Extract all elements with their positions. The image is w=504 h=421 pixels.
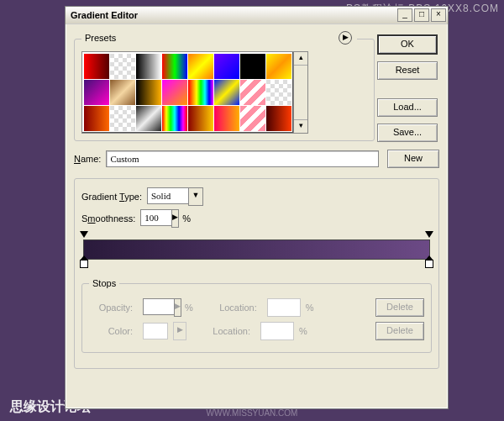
smoothness-label: Smoothness: xyxy=(81,213,135,224)
scroll-up-icon[interactable]: ▴ xyxy=(294,52,307,66)
opacity-location-unit: % xyxy=(306,303,314,313)
presets-grid xyxy=(81,51,294,134)
load-button[interactable]: Load... xyxy=(377,98,438,117)
gradient-bar[interactable] xyxy=(83,239,430,260)
opacity-input xyxy=(143,298,174,315)
preset-swatch[interactable] xyxy=(136,80,161,105)
maximize-button[interactable]: □ xyxy=(414,8,429,22)
window-title: Gradient Editor xyxy=(71,10,396,20)
preset-swatch[interactable] xyxy=(84,80,109,105)
smoothness-input[interactable] xyxy=(140,209,171,226)
color-location-label: Location: xyxy=(207,326,250,336)
gradient-fieldset: Gradient Type: ▼ Smoothness: ▶ % xyxy=(74,178,439,369)
stops-fieldset: Stops Opacity: ▶ % Location: % Delete Co… xyxy=(81,278,432,353)
preset-swatch[interactable] xyxy=(84,54,109,79)
presets-fieldset: Presets ▶ ▴ ▾ xyxy=(74,31,375,141)
preset-swatch[interactable] xyxy=(188,54,213,79)
ok-button[interactable]: OK xyxy=(377,34,438,55)
gradient-editor-window: Gradient Editor _ □ × OK Reset Load... S… xyxy=(65,6,449,409)
preset-swatch[interactable] xyxy=(136,106,161,131)
color-stop-left[interactable] xyxy=(80,260,88,270)
gradient-type-label: Gradient Type: xyxy=(81,192,142,202)
close-button[interactable]: × xyxy=(431,8,446,22)
gradient-ramp[interactable] xyxy=(83,239,430,260)
preset-swatch[interactable] xyxy=(110,106,135,131)
delete-color-stop-button: Delete xyxy=(375,322,424,340)
preset-swatch[interactable] xyxy=(136,54,161,79)
preset-swatch[interactable] xyxy=(214,80,239,105)
opacity-stop-left[interactable] xyxy=(80,231,88,239)
opacity-arrow-icon: ▶ xyxy=(174,298,181,317)
color-stop-right[interactable] xyxy=(425,260,433,270)
opacity-label: Opacity: xyxy=(89,303,133,313)
stops-legend: Stops xyxy=(89,278,119,288)
preset-swatch[interactable] xyxy=(162,54,187,79)
delete-opacity-stop-button: Delete xyxy=(375,298,424,317)
preset-swatch[interactable] xyxy=(188,80,213,105)
scroll-down-icon[interactable]: ▾ xyxy=(294,119,307,133)
preset-swatch[interactable] xyxy=(214,54,239,79)
color-swatch xyxy=(143,323,168,339)
presets-legend: Presets xyxy=(85,33,116,43)
titlebar[interactable]: Gradient Editor _ □ × xyxy=(66,7,448,24)
preset-swatch[interactable] xyxy=(84,106,109,131)
color-location-unit: % xyxy=(299,326,307,336)
preset-swatch[interactable] xyxy=(110,80,135,105)
preset-swatch[interactable] xyxy=(162,80,187,105)
color-location-input xyxy=(260,322,294,340)
opacity-location-input xyxy=(267,298,301,317)
preset-swatch[interactable] xyxy=(110,54,135,79)
preset-swatch[interactable] xyxy=(266,54,291,79)
preset-swatch[interactable] xyxy=(240,54,265,79)
opacity-stop-right[interactable] xyxy=(425,231,433,239)
opacity-unit: % xyxy=(185,303,193,313)
smoothness-arrow-icon[interactable]: ▶ xyxy=(171,209,179,228)
watermark-bottom-center: WWW.MISSYUAN.COM xyxy=(207,408,298,418)
presets-menu-icon[interactable]: ▶ xyxy=(339,31,352,45)
gradient-type-select[interactable] xyxy=(147,187,188,204)
color-arrow-icon: ▶ xyxy=(173,322,186,340)
preset-swatch[interactable] xyxy=(214,106,239,131)
save-button[interactable]: Save... xyxy=(377,124,438,142)
preset-swatch[interactable] xyxy=(188,106,213,131)
presets-scrollbar[interactable]: ▴ ▾ xyxy=(294,51,308,134)
minimize-button[interactable]: _ xyxy=(397,8,412,22)
name-input[interactable] xyxy=(106,150,379,167)
preset-swatch[interactable] xyxy=(266,106,291,131)
color-label: Color: xyxy=(89,326,133,336)
smoothness-unit: % xyxy=(182,213,191,224)
preset-swatch[interactable] xyxy=(240,80,265,105)
new-button[interactable]: New xyxy=(387,150,439,168)
opacity-location-label: Location: xyxy=(213,303,257,313)
preset-swatch[interactable] xyxy=(162,106,187,131)
name-label: Name: xyxy=(74,154,101,164)
dropdown-icon[interactable]: ▼ xyxy=(188,187,203,206)
reset-button[interactable]: Reset xyxy=(377,61,438,80)
preset-swatch[interactable] xyxy=(240,106,265,131)
preset-swatch[interactable] xyxy=(266,80,291,105)
